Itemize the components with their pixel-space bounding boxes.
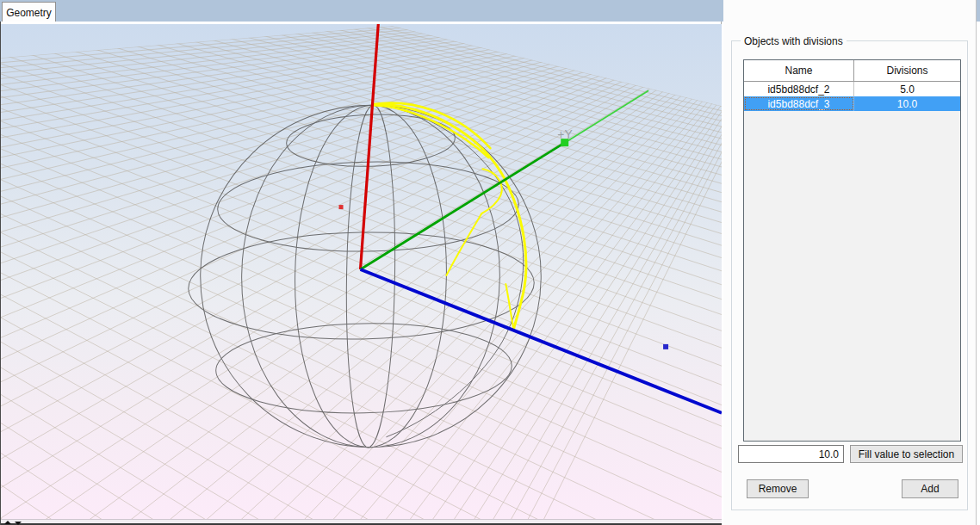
groupbox-title: Objects with divisions xyxy=(741,35,847,47)
point-marker-blue xyxy=(663,344,668,349)
geometry-pane: +Y xyxy=(0,22,722,525)
table-row[interactable]: id5bd88dcf_25.0 xyxy=(744,82,960,96)
fill-row: Fill value to selection xyxy=(738,445,963,463)
splitter[interactable] xyxy=(1,519,722,525)
add-button[interactable]: Add xyxy=(902,479,958,498)
splitter-up-arrow[interactable] xyxy=(4,521,11,524)
ground-grid xyxy=(1,24,722,519)
application-window: Geometry Divisions ✕ xyxy=(0,0,980,525)
col-header-divisions[interactable]: Divisions xyxy=(854,60,960,81)
table-header: Name Divisions xyxy=(744,60,960,82)
fill-value-input[interactable] xyxy=(738,445,844,463)
remove-button[interactable]: Remove xyxy=(747,479,809,498)
cell-name[interactable]: id5bd88dcf_3 xyxy=(744,96,854,111)
fill-value-button[interactable]: Fill value to selection xyxy=(850,445,963,463)
divisions-panel: Objects with divisions Name Divisions id… xyxy=(723,0,977,525)
cell-name[interactable]: id5bd88dcf_2 xyxy=(744,82,854,96)
groupbox-objects-with-divisions: Objects with divisions Name Divisions id… xyxy=(731,40,968,510)
divisions-table-body: id5bd88dcf_25.0id5bd88dcf_310.0 xyxy=(744,82,960,111)
splitter-down-arrow[interactable] xyxy=(15,522,22,525)
col-header-name[interactable]: Name xyxy=(744,60,854,81)
viewport-3d[interactable]: +Y xyxy=(1,24,722,519)
point-marker-red xyxy=(339,205,344,209)
divisions-table[interactable]: Name Divisions id5bd88dcf_25.0id5bd88dcf… xyxy=(743,59,961,442)
table-row[interactable]: id5bd88dcf_310.0 xyxy=(744,96,960,111)
cell-divisions[interactable]: 10.0 xyxy=(854,96,960,111)
scene-canvas: +Y xyxy=(1,24,722,519)
y-axis-label: +Y xyxy=(557,127,573,141)
tab-geometry-label: Geometry xyxy=(6,7,52,19)
cell-divisions[interactable]: 5.0 xyxy=(854,82,960,96)
tab-geometry[interactable]: Geometry xyxy=(2,2,56,22)
